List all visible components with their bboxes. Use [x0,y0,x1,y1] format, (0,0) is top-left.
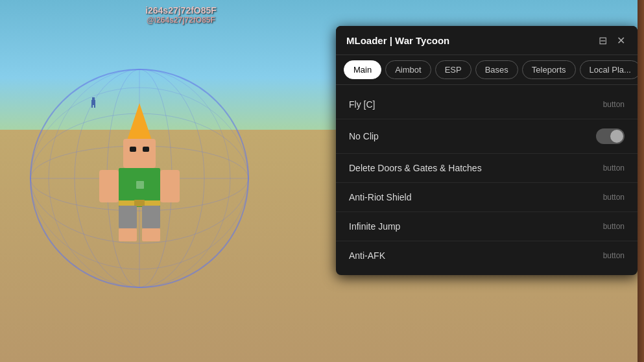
tab-main[interactable]: Main [344,60,381,79]
svg-rect-16 [99,170,119,202]
background-figure [91,97,96,108]
username-label: i264s27j72fO85F [0,5,362,16]
svg-rect-25 [91,105,93,108]
anti-afk-label: Anti-AFK [349,250,385,261]
noclip-toggle[interactable] [596,128,625,144]
username-display: i264s27j72fO85F @i264s27j72fO85F [0,5,362,25]
noclip-toggle-knob [610,130,623,143]
fly-badge: button [603,100,625,109]
anti-riot-item[interactable]: Anti-Riot Shield button [336,183,638,212]
svg-rect-18 [119,206,137,228]
infinite-jump-item[interactable]: Infinite Jump button [336,212,638,241]
menu-items-list: Fly [C] button No Clip Delete Doors & Ga… [336,85,638,275]
fly-label: Fly [C] [349,99,375,110]
svg-rect-21 [142,228,160,241]
tab-localplay[interactable]: Local Pla... [580,60,638,79]
anti-afk-item[interactable]: Anti-AFK button [336,241,638,270]
right-wall [638,0,644,362]
svg-rect-20 [119,228,137,241]
svg-rect-12 [143,147,149,152]
delete-doors-item[interactable]: Delete Doors & Gates & Hatches button [336,154,638,183]
svg-rect-23 [92,97,95,100]
tab-bar: Main Aimbot ESP Bases Teleports Local Pl… [336,55,638,85]
noclip-item[interactable]: No Clip [336,119,638,154]
infinite-jump-label: Infinite Jump [349,221,400,232]
svg-rect-11 [130,147,136,152]
anti-riot-label: Anti-Riot Shield [349,192,412,202]
anti-afk-badge: button [603,251,625,260]
panel-header: MLoader | War Tycoon ⊟ ✕ [336,26,638,55]
tab-bases[interactable]: Bases [475,60,518,79]
noclip-label: No Clip [349,131,379,141]
delete-doors-badge: button [603,163,625,173]
svg-rect-26 [94,105,95,108]
character-area [13,32,266,324]
tab-teleports[interactable]: Teleports [522,60,576,79]
infinite-jump-badge: button [603,222,625,231]
tab-esp[interactable]: ESP [435,60,471,79]
delete-doors-label: Delete Doors & Gates & Hatches [349,163,482,173]
main-panel: MLoader | War Tycoon ⊟ ✕ Main Aimbot ESP… [336,26,638,275]
panel-controls: ⊟ ✕ [596,34,627,47]
svg-rect-17 [160,170,180,202]
close-button[interactable]: ✕ [614,34,627,47]
username-handle: @i264s27j72fO85F [0,16,362,25]
svg-rect-24 [91,100,95,105]
anti-riot-badge: button [603,193,625,202]
fly-item[interactable]: Fly [C] button [336,90,638,119]
svg-rect-15 [134,200,145,206]
svg-marker-9 [126,103,152,142]
svg-rect-10 [123,139,156,168]
character-model [88,100,191,243]
svg-rect-19 [142,206,160,228]
minimize-button[interactable]: ⊟ [596,34,609,47]
panel-title: MLoader | War Tycoon [346,35,449,46]
svg-rect-22 [136,181,144,189]
tab-aimbot[interactable]: Aimbot [385,60,431,79]
